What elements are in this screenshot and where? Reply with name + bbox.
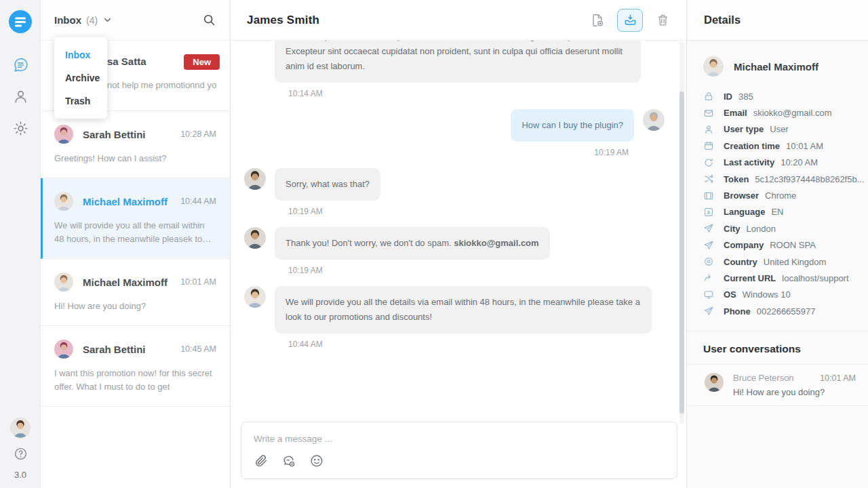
- avatar: [54, 125, 73, 144]
- conversation-list-panel: Inbox (4) Inbox Archive Trash sa Satta N…: [41, 0, 231, 488]
- archive-conversation-button[interactable]: [617, 9, 643, 32]
- attachment-button[interactable]: [254, 453, 269, 468]
- monitor-icon: [703, 289, 714, 300]
- delete-conversation-button[interactable]: [654, 12, 671, 29]
- share-arrow-icon: [703, 272, 714, 283]
- field-current-url: Current URL localhost/support: [703, 270, 868, 286]
- conversation-name: Sarah Bettini: [83, 344, 171, 355]
- paper-plane-icon: [703, 306, 714, 317]
- chat-title: James Smith: [247, 14, 319, 27]
- shuffle-icon: [703, 174, 714, 184]
- paper-plane-icon: [703, 223, 714, 234]
- user-conversation-item-bruce[interactable]: Bruce Peterson 10:01 AM Hi! How are you …: [687, 364, 868, 406]
- browser-icon: [703, 190, 714, 201]
- conversation-list-header: Inbox (4): [41, 0, 230, 41]
- note-add-button[interactable]: [589, 12, 606, 29]
- paperclip-icon: [254, 453, 269, 468]
- conversation-name: Michael Maximoff: [83, 277, 171, 288]
- avatar: [54, 192, 73, 211]
- message-bubble: Sorry, what was that?: [275, 168, 380, 201]
- app-logo-icon[interactable]: [8, 9, 33, 34]
- inbox-filter-dropdown-menu: Inbox Archive Trash: [54, 37, 107, 119]
- note-add-icon: [590, 13, 605, 28]
- app-version: 3.0: [14, 470, 26, 480]
- conversation-item-sarah-2[interactable]: Sarah Bettini 10:45 AM I want this promo…: [41, 326, 230, 407]
- mail-icon: [703, 108, 714, 119]
- settings-tab-gear-icon[interactable]: [12, 119, 29, 137]
- user-profile: Michael Maximoff: [687, 41, 868, 88]
- help-question-icon[interactable]: [14, 447, 28, 461]
- conversation-preview: We will provide you all the email within…: [54, 219, 216, 246]
- rail-nav: [0, 56, 41, 137]
- avatar: [244, 286, 266, 308]
- conversation-time: 10:44 AM: [180, 197, 216, 206]
- message-received: We will provide you all the details via …: [244, 286, 665, 333]
- details-header: Details: [687, 0, 868, 41]
- inbox-filter-label: Inbox: [54, 14, 81, 26]
- field-city: City London: [703, 220, 868, 237]
- dropdown-item-trash[interactable]: Trash: [54, 89, 107, 113]
- inbox-filter-dropdown-toggle[interactable]: Inbox (4): [54, 14, 113, 26]
- dropdown-item-archive[interactable]: Archive: [54, 66, 107, 89]
- field-id: ID 385: [703, 88, 868, 104]
- field-token: Token 5c12c3f9374448b8262f5b...: [703, 171, 868, 187]
- conversation-time: 10:01 AM: [820, 373, 856, 383]
- conversation-preview: Hi! How are you doing?: [54, 300, 216, 313]
- message-history[interactable]: dolor in reprehenderit in voluptate veli…: [231, 41, 686, 422]
- conversation-name: sa Satta: [107, 56, 146, 67]
- field-email: Email skiokko@gmail.com: [703, 104, 868, 121]
- message-time: 10:14 AM: [288, 89, 665, 98]
- location-pin-icon: [703, 256, 714, 267]
- message-time: 10:19 AM: [244, 148, 629, 157]
- field-language: A Language EN: [703, 204, 868, 220]
- dropdown-item-inbox[interactable]: Inbox: [54, 43, 107, 66]
- message-time: 10:19 AM: [288, 207, 665, 216]
- conversation-item-michael-1-selected[interactable]: Michael Maximoff 10:44 AM We will provid…: [41, 178, 230, 259]
- trash-icon: [656, 13, 670, 27]
- field-country: Country United Kingdom: [703, 253, 868, 270]
- search-button[interactable]: [200, 12, 218, 29]
- avatar: [244, 168, 266, 190]
- chat-scrollbar[interactable]: [679, 42, 684, 424]
- conversation-name: Sarah Bettini: [83, 129, 171, 140]
- message-bubble: How can I buy the plugin?: [511, 109, 634, 142]
- conversation-time: 10:45 AM: [180, 344, 216, 354]
- canned-response-button[interactable]: [281, 453, 296, 468]
- avatar: [54, 272, 73, 291]
- message-received: Sorry, what was that?: [244, 168, 665, 201]
- message-time: 10:44 AM: [288, 340, 665, 349]
- conversation-item-sarah-1[interactable]: Sarah Bettini 10:28 AM Greetings! How ca…: [41, 111, 230, 178]
- emoji-button[interactable]: [309, 453, 324, 468]
- archive-download-icon: [623, 13, 637, 27]
- refresh-icon: [703, 157, 714, 168]
- canned-response-icon: [281, 453, 296, 469]
- conversation-name: Bruce Peterson: [733, 373, 794, 383]
- message-bubble: dolor in reprehenderit in voluptate veli…: [275, 41, 641, 83]
- message-composer: [241, 422, 677, 479]
- message-input[interactable]: [254, 434, 665, 444]
- paper-plane-icon: [703, 240, 714, 251]
- avatar: [643, 109, 665, 131]
- current-user-avatar[interactable]: [10, 418, 31, 438]
- email-highlight: skiokko@gmail.com: [454, 238, 538, 248]
- field-phone: Phone 002266655977: [703, 303, 868, 319]
- message-received: Thank you! Don't worry, we don't do spam…: [244, 227, 665, 260]
- conversation-item-michael-2[interactable]: Michael Maximoff 10:01 AM Hi! How are yo…: [41, 259, 230, 326]
- chat-actions: [589, 9, 671, 32]
- inbox-count: (4): [86, 15, 98, 26]
- conversation-time: 10:28 AM: [180, 129, 216, 139]
- contacts-tab-person-icon[interactable]: [12, 87, 29, 105]
- user-fields: ID 385 Email skiokko@gmail.com User type…: [687, 88, 868, 319]
- calendar-icon: [703, 140, 714, 151]
- emoji-icon: [309, 453, 324, 468]
- field-creation-time: Creation time 10:01 AM: [703, 138, 868, 154]
- message-received: dolor in reprehenderit in voluptate veli…: [244, 41, 665, 83]
- avatar: [54, 340, 73, 359]
- user-icon: [703, 124, 714, 135]
- chat-scrollbar-thumb[interactable]: [679, 92, 684, 413]
- conversations-tab-chat-bubble-icon[interactable]: [12, 56, 29, 73]
- message-time: 10:19 AM: [288, 266, 665, 275]
- new-badge: New: [184, 54, 220, 70]
- chevron-down-icon: [102, 15, 113, 25]
- details-title: Details: [704, 14, 741, 26]
